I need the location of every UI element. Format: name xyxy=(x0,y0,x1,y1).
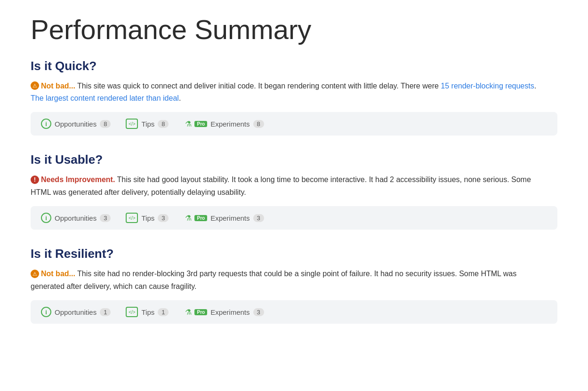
status-label: Not bad... xyxy=(41,270,75,278)
section-body-quick: Not bad... This site was quick to connec… xyxy=(31,80,548,105)
metric-tips[interactable]: </>Tips1 xyxy=(126,307,169,317)
metrics-bar-quick: iOpportunities8</>Tips8⚗ProExperiments8 xyxy=(31,112,557,136)
metric-count: 3 xyxy=(158,214,169,222)
metric-count: 8 xyxy=(158,120,169,128)
opportunities-icon: i xyxy=(41,119,51,129)
status-label: Not bad... xyxy=(41,82,75,90)
metric-experiments[interactable]: ⚗ProExperiments3 xyxy=(184,213,264,223)
metric-label: Tips xyxy=(141,214,154,222)
pro-badge: Pro xyxy=(194,215,207,221)
metrics-bar-resilient: iOpportunities1</>Tips1⚗ProExperiments3 xyxy=(31,300,557,324)
metric-count: 3 xyxy=(100,214,111,222)
page-title: Performance Summary xyxy=(31,14,557,46)
section-heading-usable: Is it Usable? xyxy=(31,152,557,167)
metric-label: Tips xyxy=(141,120,154,128)
metric-label: Opportunities xyxy=(55,308,97,316)
metric-tips[interactable]: </>Tips3 xyxy=(126,213,169,223)
metric-tips[interactable]: </>Tips8 xyxy=(126,119,169,129)
metric-experiments[interactable]: ⚗ProExperiments8 xyxy=(184,119,264,129)
tips-icon: </> xyxy=(126,307,138,317)
opportunities-icon: i xyxy=(41,213,51,223)
metric-opportunities[interactable]: iOpportunities1 xyxy=(41,307,111,317)
tips-icon: </> xyxy=(126,119,138,129)
section-heading-resilient: Is it Resilient? xyxy=(31,247,557,261)
opportunities-icon: i xyxy=(41,307,51,317)
pro-badge: Pro xyxy=(194,121,207,127)
section-usable: Is it Usable?Needs Improvement. This sit… xyxy=(31,152,557,230)
warning-icon xyxy=(31,270,39,278)
metric-label: Experiments xyxy=(210,214,250,222)
section-quick: Is it Quick?Not bad... This site was qui… xyxy=(31,59,557,136)
metric-label: Opportunities xyxy=(55,214,97,222)
section-body-usable: Needs Improvement. This site had good la… xyxy=(31,174,548,199)
metric-experiments[interactable]: ⚗ProExperiments3 xyxy=(184,307,264,317)
metric-count: 3 xyxy=(253,214,264,222)
metric-count: 3 xyxy=(253,308,264,316)
metric-label: Experiments xyxy=(210,308,250,316)
error-icon xyxy=(31,176,39,184)
metric-opportunities[interactable]: iOpportunities3 xyxy=(41,213,111,223)
metric-label: Opportunities xyxy=(55,120,97,128)
metric-count: 8 xyxy=(253,120,264,128)
metric-opportunities[interactable]: iOpportunities8 xyxy=(41,119,111,129)
section-body-resilient: Not bad... This site had no render-block… xyxy=(31,268,548,293)
tips-icon: </> xyxy=(126,213,138,223)
body-link-lcp[interactable]: The largest content rendered later than … xyxy=(31,94,179,102)
metric-count: 1 xyxy=(100,308,111,316)
experiments-icon: ⚗Pro xyxy=(184,307,207,317)
metric-count: 1 xyxy=(158,308,169,316)
metric-count: 8 xyxy=(100,120,111,128)
body-link-render-blocking[interactable]: 15 render-blocking requests xyxy=(441,82,534,90)
metric-label: Tips xyxy=(141,308,154,316)
metric-label: Experiments xyxy=(210,120,250,128)
metrics-bar-usable: iOpportunities3</>Tips3⚗ProExperiments3 xyxy=(31,206,557,230)
pro-badge: Pro xyxy=(194,309,207,315)
experiments-icon: ⚗Pro xyxy=(184,213,207,223)
status-label: Needs Improvement. xyxy=(41,176,115,184)
section-resilient: Is it Resilient?Not bad... This site had… xyxy=(31,247,557,324)
section-heading-quick: Is it Quick? xyxy=(31,59,557,73)
warning-icon xyxy=(31,81,39,90)
experiments-icon: ⚗Pro xyxy=(184,119,207,129)
